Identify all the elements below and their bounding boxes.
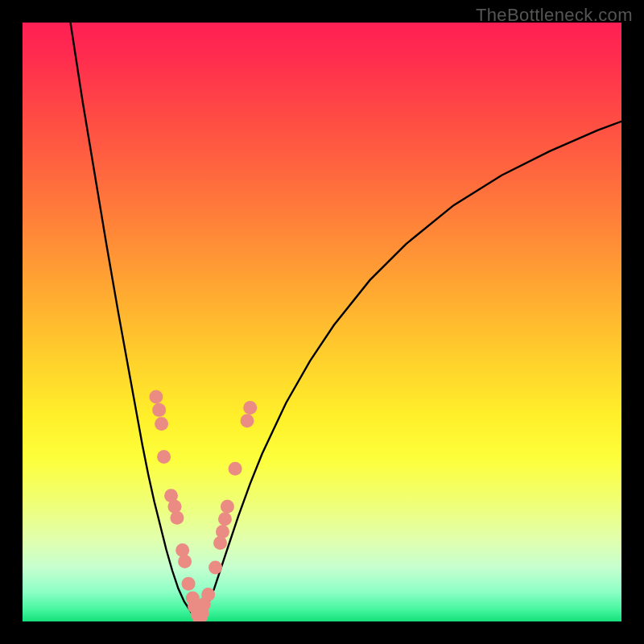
data-marker: [178, 555, 192, 568]
data-marker: [152, 403, 166, 417]
data-marker: [243, 401, 257, 415]
data-marker: [155, 417, 168, 431]
outer-frame: [0, 0, 644, 644]
data-marker: [182, 577, 196, 591]
data-marker: [167, 500, 181, 514]
data-marker: [170, 511, 184, 525]
data-marker: [218, 512, 232, 526]
curve-right-branch: [196, 122, 621, 617]
curve-left-branch: [71, 23, 196, 617]
data-marker: [149, 390, 163, 404]
chart-svg: [23, 23, 621, 621]
data-marker: [229, 462, 242, 476]
data-marker: [175, 543, 189, 557]
data-marker: [201, 588, 215, 601]
markers-right-group: [194, 401, 257, 621]
data-marker: [241, 414, 254, 427]
data-marker: [216, 525, 229, 539]
data-marker: [221, 500, 234, 514]
plot-area: [23, 23, 621, 621]
data-marker: [208, 561, 222, 575]
data-marker: [213, 536, 227, 550]
data-marker: [157, 450, 171, 464]
watermark-text: TheBottleneck.com: [476, 5, 633, 26]
